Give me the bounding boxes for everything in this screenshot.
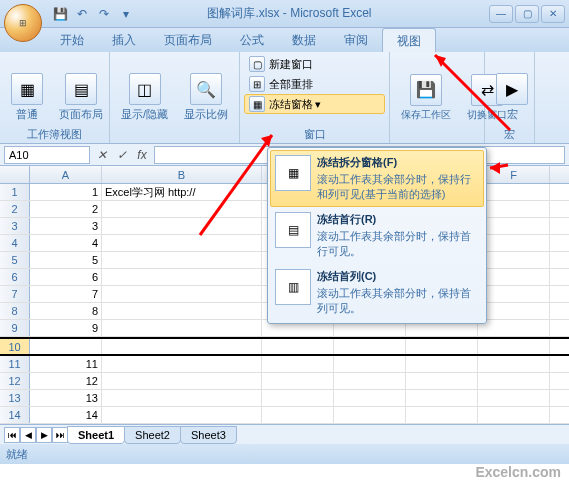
- tab-view[interactable]: 视图: [382, 28, 436, 52]
- cell[interactable]: [102, 286, 262, 302]
- cell[interactable]: [478, 286, 550, 302]
- tab-insert[interactable]: 插入: [98, 28, 150, 52]
- tab-data[interactable]: 数据: [278, 28, 330, 52]
- zoom-button[interactable]: 🔍 显示比例: [177, 54, 235, 141]
- cell[interactable]: 8: [30, 303, 102, 319]
- enter-icon[interactable]: ✓: [114, 147, 130, 163]
- cell[interactable]: [478, 373, 550, 389]
- cell[interactable]: [406, 356, 478, 372]
- row-header[interactable]: 9: [0, 320, 30, 336]
- save-workspace-button[interactable]: 💾 保存工作区: [394, 54, 458, 141]
- cell[interactable]: 5: [30, 252, 102, 268]
- cancel-icon[interactable]: ✕: [94, 147, 110, 163]
- cell[interactable]: [478, 356, 550, 372]
- freeze-top-row-item[interactable]: ▤ 冻结首行(R) 滚动工作表其余部分时，保持首行可见。: [270, 207, 484, 264]
- row-header[interactable]: 3: [0, 218, 30, 234]
- cell[interactable]: 3: [30, 218, 102, 234]
- cell[interactable]: [478, 184, 550, 200]
- cell[interactable]: [262, 356, 334, 372]
- cell[interactable]: 4: [30, 235, 102, 251]
- arrange-all-button[interactable]: ⊞ 全部重排: [244, 74, 385, 94]
- undo-icon[interactable]: ↶: [72, 4, 92, 24]
- cell[interactable]: 6: [30, 269, 102, 285]
- row-header[interactable]: 12: [0, 373, 30, 389]
- row-header[interactable]: 5: [0, 252, 30, 268]
- column-header[interactable]: B: [102, 166, 262, 183]
- cell[interactable]: [478, 269, 550, 285]
- cell[interactable]: [334, 390, 406, 406]
- cell[interactable]: 13: [30, 390, 102, 406]
- cell[interactable]: [478, 252, 550, 268]
- cell[interactable]: [30, 339, 102, 354]
- cell[interactable]: [334, 407, 406, 423]
- sheet-last-button[interactable]: ⏭: [52, 427, 68, 443]
- cell[interactable]: [406, 339, 478, 354]
- cell[interactable]: 2: [30, 201, 102, 217]
- show-hide-button[interactable]: ◫ 显示/隐藏: [114, 54, 175, 141]
- tab-formulas[interactable]: 公式: [226, 28, 278, 52]
- maximize-button[interactable]: ▢: [515, 5, 539, 23]
- row-header[interactable]: 1: [0, 184, 30, 200]
- cell[interactable]: [102, 339, 262, 354]
- freeze-panes-button[interactable]: ▦ 冻结窗格▾: [244, 94, 385, 114]
- cell[interactable]: [262, 373, 334, 389]
- column-header[interactable]: F: [478, 166, 550, 183]
- cell[interactable]: [478, 339, 550, 354]
- cell[interactable]: [406, 373, 478, 389]
- cell[interactable]: [406, 407, 478, 423]
- row-header[interactable]: 2: [0, 201, 30, 217]
- cell[interactable]: [478, 303, 550, 319]
- tab-page-layout[interactable]: 页面布局: [150, 28, 226, 52]
- freeze-split-panes-item[interactable]: ▦ 冻结拆分窗格(F) 滚动工作表其余部分时，保持行和列可见(基于当前的选择): [270, 150, 484, 207]
- save-icon[interactable]: 💾: [50, 4, 70, 24]
- cell[interactable]: [406, 390, 478, 406]
- cell[interactable]: [262, 339, 334, 354]
- fx-icon[interactable]: fx: [134, 147, 150, 163]
- cell[interactable]: 7: [30, 286, 102, 302]
- cell[interactable]: 9: [30, 320, 102, 336]
- cell[interactable]: 1: [30, 184, 102, 200]
- sheet-first-button[interactable]: ⏮: [4, 427, 20, 443]
- cell[interactable]: 11: [30, 356, 102, 372]
- sheet-tab-3[interactable]: Sheet3: [180, 426, 237, 444]
- cell[interactable]: [102, 269, 262, 285]
- sheet-tab-2[interactable]: Sheet2: [124, 426, 181, 444]
- sheet-next-button[interactable]: ▶: [36, 427, 52, 443]
- cell[interactable]: [334, 356, 406, 372]
- cell[interactable]: [334, 373, 406, 389]
- cell[interactable]: [478, 320, 550, 336]
- cell[interactable]: [334, 339, 406, 354]
- cell[interactable]: 14: [30, 407, 102, 423]
- minimize-button[interactable]: —: [489, 5, 513, 23]
- cell[interactable]: [478, 235, 550, 251]
- row-header[interactable]: 7: [0, 286, 30, 302]
- cell[interactable]: [102, 356, 262, 372]
- cell[interactable]: [262, 390, 334, 406]
- row-header[interactable]: 11: [0, 356, 30, 372]
- office-button[interactable]: ⊞: [4, 4, 42, 42]
- row-header[interactable]: 8: [0, 303, 30, 319]
- column-header[interactable]: A: [30, 166, 102, 183]
- row-header[interactable]: 10: [0, 339, 30, 354]
- sheet-tab-1[interactable]: Sheet1: [67, 426, 125, 444]
- tab-home[interactable]: 开始: [46, 28, 98, 52]
- close-button[interactable]: ✕: [541, 5, 565, 23]
- cell[interactable]: [102, 407, 262, 423]
- cell[interactable]: [478, 218, 550, 234]
- row-header[interactable]: 4: [0, 235, 30, 251]
- tab-review[interactable]: 审阅: [330, 28, 382, 52]
- cell[interactable]: [478, 407, 550, 423]
- cell[interactable]: [102, 218, 262, 234]
- cell[interactable]: [478, 201, 550, 217]
- cell[interactable]: [102, 320, 262, 336]
- row-header[interactable]: 6: [0, 269, 30, 285]
- row-header[interactable]: 13: [0, 390, 30, 406]
- cell[interactable]: 12: [30, 373, 102, 389]
- cell[interactable]: [262, 407, 334, 423]
- select-all-corner[interactable]: [0, 166, 30, 183]
- cell[interactable]: [102, 390, 262, 406]
- cell[interactable]: [102, 373, 262, 389]
- sheet-prev-button[interactable]: ◀: [20, 427, 36, 443]
- cell[interactable]: Excel学习网 http://: [102, 184, 262, 200]
- freeze-first-col-item[interactable]: ▥ 冻结首列(C) 滚动工作表其余部分时，保持首列可见。: [270, 264, 484, 321]
